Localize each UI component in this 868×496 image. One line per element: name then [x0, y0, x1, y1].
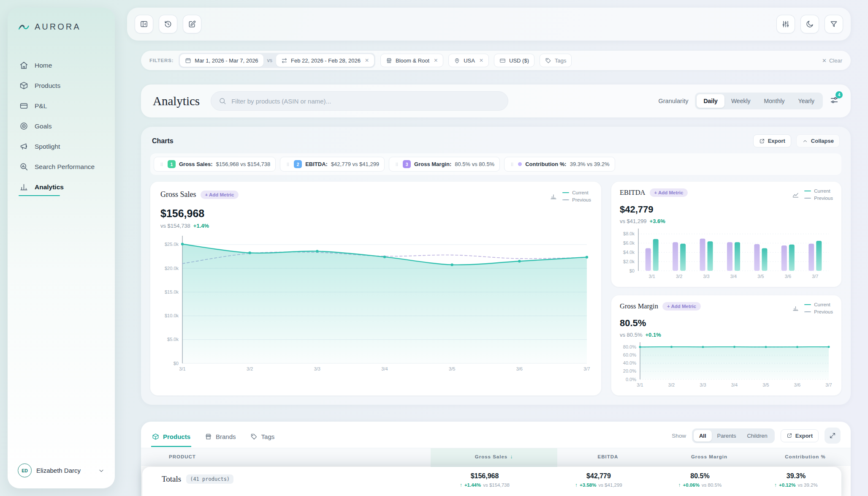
drag-handle-icon[interactable]: [394, 161, 399, 167]
sidebar-item-spotlight[interactable]: Spotlight: [18, 139, 105, 154]
granularity-monthly[interactable]: Monthly: [757, 94, 792, 108]
legend-previous[interactable]: Previous: [804, 196, 833, 201]
show-all[interactable]: All: [694, 430, 712, 441]
drag-handle-icon[interactable]: [159, 161, 164, 167]
column-header-ebitda[interactable]: EBITDA: [557, 448, 659, 465]
collapse-sidebar-button[interactable]: [135, 15, 153, 33]
sidebar-item-home[interactable]: Home: [18, 57, 105, 73]
add-metric-button[interactable]: + Add Metric: [201, 191, 239, 199]
export-table-button[interactable]: Export: [781, 429, 819, 442]
compose-button[interactable]: [183, 15, 201, 33]
user-menu[interactable]: ED Elizabeth Darcy: [18, 463, 105, 477]
chart-type-toggle-icon[interactable]: [792, 191, 799, 198]
export-charts-button[interactable]: Export: [753, 134, 791, 147]
mixer-button[interactable]: [776, 15, 795, 33]
expand-table-button[interactable]: [825, 428, 841, 444]
column-header-contribution[interactable]: Contribution %: [760, 448, 851, 465]
column-header-gross-margin[interactable]: Gross Margin: [659, 448, 760, 465]
megaphone-icon: [19, 142, 28, 151]
chevron-up-icon: [802, 138, 808, 144]
remove-compare-icon[interactable]: ✕: [365, 57, 369, 63]
svg-text:$25.0k: $25.0k: [165, 242, 179, 247]
metric-chip-contribution[interactable]: Contribution %: 39.3% vs 39.2%: [504, 157, 615, 172]
sidebar-item-products[interactable]: Products: [18, 78, 105, 93]
tab-label: Tags: [261, 433, 275, 440]
svg-text:3/1: 3/1: [637, 382, 643, 387]
granularity-weekly[interactable]: Weekly: [724, 94, 757, 108]
legend-current[interactable]: Current: [804, 302, 833, 307]
metric-chip-name: Contribution %:: [525, 161, 566, 167]
product-search[interactable]: [211, 91, 508, 111]
sliders-vertical-icon: [781, 20, 790, 28]
show-children[interactable]: Children: [741, 430, 773, 441]
legend-previous[interactable]: Previous: [804, 309, 833, 314]
drag-handle-icon[interactable]: [510, 161, 515, 167]
add-metric-button[interactable]: + Add Metric: [650, 188, 688, 197]
currency-filter-chip[interactable]: USD ($): [494, 54, 534, 67]
metric-chip-ebitda[interactable]: 2 EBITDA: $42,779 vs $41,299: [280, 157, 385, 172]
date-range-chip[interactable]: Mar 1, 2026 - Mar 7, 2026: [180, 54, 263, 67]
tab-tags[interactable]: Tags: [250, 429, 276, 447]
sidebar-item-search-performance[interactable]: Search Performance: [18, 159, 105, 174]
history-button[interactable]: [159, 15, 177, 33]
export-icon: [787, 433, 792, 439]
column-header-product[interactable]: PRODUCT: [141, 448, 431, 465]
current-line-swatch: [562, 192, 569, 193]
country-filter-chip[interactable]: USA ✕: [448, 54, 489, 67]
remove-country-icon[interactable]: ✕: [479, 57, 483, 63]
sidebar-item-goals[interactable]: Goals: [18, 118, 105, 134]
filter-button[interactable]: [825, 15, 843, 33]
tab-products[interactable]: Products: [151, 429, 191, 447]
sidebar-item-analytics[interactable]: Analytics: [18, 179, 105, 195]
dark-mode-button[interactable]: [800, 15, 819, 33]
legend-current[interactable]: Current: [562, 190, 591, 195]
collapse-charts-button[interactable]: Collapse: [796, 134, 840, 147]
totals-contribution: 39.3% ↑ +0.12% vs 39.2%: [751, 472, 841, 488]
column-header-gross-sales[interactable]: Gross Sales ↓: [431, 448, 557, 465]
svg-text:$20.0k: $20.0k: [165, 266, 179, 271]
add-metric-button[interactable]: + Add Metric: [662, 302, 701, 311]
granularity-yearly[interactable]: Yearly: [792, 94, 821, 108]
show-parents[interactable]: Parents: [712, 430, 742, 441]
logo: AURORA: [18, 20, 105, 33]
export-icon: [759, 138, 765, 144]
chart-type-toggle-icon[interactable]: [792, 305, 799, 312]
sidebar-item-label: Spotlight: [35, 143, 60, 150]
compare-range-chip[interactable]: Feb 22, 2026 - Feb 28, 2026 ✕: [276, 54, 374, 67]
metric-chip-name: EBITDA:: [305, 161, 328, 167]
tags-filter-chip[interactable]: Tags: [540, 54, 572, 67]
tags-filter-label: Tags: [555, 57, 566, 64]
metric-chip-gross-sales[interactable]: 1 Gross Sales: $156,968 vs $154,738: [154, 157, 276, 172]
legend-current[interactable]: Current: [804, 188, 833, 193]
granularity-daily[interactable]: Daily: [697, 94, 724, 108]
sidebar-item-pnl[interactable]: P&L: [18, 98, 105, 114]
svg-text:3/4: 3/4: [731, 382, 738, 387]
metric-dot: [518, 162, 522, 166]
date-range-label: Mar 1, 2026 - Mar 7, 2026: [195, 57, 258, 64]
metric-chip-gross-margin[interactable]: 3 Gross Margin: 80.5% vs 80.5%: [389, 157, 500, 172]
tab-brands[interactable]: Brands: [204, 429, 237, 447]
card-title: EBITDA: [620, 188, 646, 197]
chart-type-toggle-icon[interactable]: [550, 193, 557, 200]
search-chart-icon: [19, 162, 28, 171]
brand-filter-chip[interactable]: Bloom & Root ✕: [380, 54, 443, 67]
package-icon: [152, 433, 159, 440]
clear-filters-button[interactable]: ✕ Clear: [822, 57, 842, 64]
drag-handle-icon[interactable]: [285, 161, 290, 167]
sort-desc-icon: ↓: [510, 454, 513, 460]
svg-text:$0: $0: [174, 361, 179, 366]
svg-text:3/2: 3/2: [676, 274, 682, 279]
target-icon: [19, 122, 28, 131]
remove-brand-icon[interactable]: ✕: [434, 57, 438, 63]
metric-settings-button[interactable]: 4: [830, 95, 839, 106]
totals-value: $156,968: [471, 472, 499, 480]
delta-badge: +3.6%: [650, 218, 665, 224]
metric-number-badge: 2: [294, 160, 302, 168]
legend-previous[interactable]: Previous: [562, 197, 591, 202]
totals-ebitda: $42,779 ↑ +3.58% vs $41,299: [548, 472, 649, 488]
gross-sales-chart: $25.0k$20.0k$15.0k$10.0k$5.0k$03/13/23/3…: [160, 233, 591, 373]
search-input[interactable]: [231, 98, 500, 105]
svg-text:3/2: 3/2: [668, 382, 675, 387]
calendar-icon: [185, 57, 191, 64]
legend-label: Current: [814, 188, 830, 193]
